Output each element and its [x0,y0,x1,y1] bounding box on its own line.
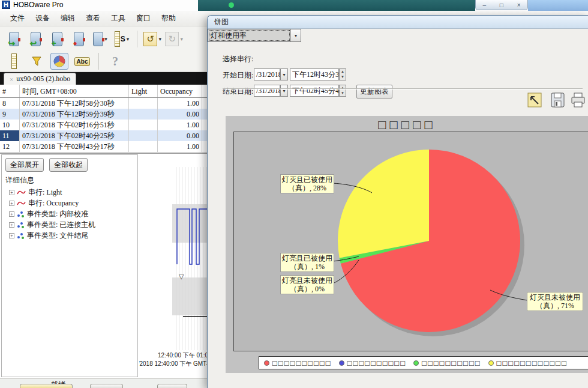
spin-up-icon[interactable]: ▲ [340,69,346,74]
cell-occupancy[interactable]: 0.00 [158,109,202,120]
redo-icon: ↻ [165,32,179,46]
resize-note-icon[interactable] [527,92,542,108]
cell-time[interactable]: 07/31/2018 下午02时40分25秒 [20,130,129,141]
end-time-field[interactable]: 下午02时45分42秒 [290,85,339,97]
cell-time[interactable]: 07/31/2018 下午12时58分30秒 [20,98,129,109]
cell-time[interactable]: 07/31/2018 下午02时43分17秒 [20,141,129,152]
print-icon[interactable] [571,92,586,108]
tree-expander-icon[interactable]: + [9,211,14,217]
bottom-stub-button[interactable] [90,384,123,388]
ruler-button[interactable] [5,53,23,70]
table-row-selected[interactable]: 11 07/31/2018 下午02时40分25秒 0.00 [0,130,208,141]
tree-item-event-host[interactable]: + 事件类型: 已连接主机 [2,219,137,230]
device-stop-button[interactable]: ● [70,29,88,49]
tree-expander-icon[interactable]: + [9,222,14,228]
menu-view[interactable]: 查看 [80,11,106,26]
cell-occupancy[interactable]: 0.00 [158,130,202,141]
series-select-value[interactable]: 灯和使用率 [208,29,290,41]
col-header-occupancy[interactable]: Occupancy [158,85,202,97]
spin-down-icon[interactable]: ▼ [340,91,346,96]
plot-pane[interactable]: ▽ 12:40:00 下午 01:0 07/31/2018 12:40:00 下… [139,155,208,377]
tree-expander-icon[interactable]: + [9,190,14,195]
cell-light[interactable] [129,109,158,120]
close-icon[interactable]: × [517,2,521,8]
table-row[interactable]: 10 07/31/2018 下午02时16分51秒 1.00 [0,120,208,130]
save-icon[interactable] [550,92,565,108]
tab-close-icon[interactable]: × [10,76,13,83]
dropdown-arrow-icon[interactable]: ▾ [127,36,130,42]
cell-num[interactable]: 10 [0,120,20,130]
tree-item-series-occupancy[interactable]: + 串行: Occupancy [2,198,137,208]
tree-expander-icon[interactable]: + [9,233,14,238]
help-button[interactable]: ? [106,53,124,70]
cell-time[interactable]: 07/31/2018 下午12时59分39秒 [20,109,129,120]
cell-light[interactable] [129,141,158,152]
menu-edit[interactable]: 编辑 [55,11,80,26]
menu-window[interactable]: 窗口 [131,11,156,26]
dropdown-arrow-icon[interactable]: ▾ [104,36,107,42]
menu-tools[interactable]: 工具 [106,11,131,26]
device-generic-button[interactable]: ▾ [91,29,109,49]
undo-icon: ↺ [143,32,157,46]
tree-item-event-eof[interactable]: + 事件类型: 文件结尾 [2,230,137,241]
device-open-button[interactable]: ↩ [26,29,44,49]
cell-occupancy[interactable]: 1.00 [158,141,202,152]
maximize-icon[interactable]: □ [500,2,503,8]
series-select-combobox[interactable]: 灯和使用率 ▾ [208,29,301,42]
col-header-time[interactable]: 时间, GMT+08:00 [20,85,129,97]
dropdown-arrow-icon[interactable]: ▾ [158,36,161,42]
annotate-button[interactable]: Abc [73,53,91,70]
cell-num[interactable]: 9 [0,109,20,120]
expand-all-button[interactable]: 全部展开 [5,158,44,172]
cell-light[interactable] [129,130,158,141]
menu-help[interactable]: 帮助 [156,11,181,26]
start-time-spinner[interactable]: ▲ ▼ [339,68,346,80]
end-time-spinner[interactable]: ▲ ▼ [339,85,346,97]
col-header-num[interactable]: # [0,85,20,97]
tree-expander-icon[interactable]: + [9,201,14,206]
spin-down-icon[interactable]: ▼ [340,74,346,80]
update-chart-button[interactable]: 更新图表 [356,85,392,99]
cell-num-selected[interactable]: 11 [0,130,20,141]
toolbar-separator [137,31,137,47]
end-date-dropdown-icon[interactable]: ▾ [280,85,288,97]
start-date-field[interactable]: /31/2018 [254,68,280,80]
table-row[interactable]: 8 07/31/2018 下午12时58分30秒 1.00 [0,98,208,109]
pie-chart-icon [53,55,66,68]
bottom-stub-button[interactable] [20,384,73,388]
combobox-arrow-icon[interactable]: ▾ [290,29,301,41]
tab-hobo-file[interactable]: × ux90-005 (2).hobo [4,73,76,85]
cell-occupancy[interactable]: 1.00 [158,120,202,130]
pie-chart-svg[interactable] [234,132,588,351]
device-readout-button[interactable]: ↪ [5,29,23,49]
undo-button[interactable]: ↺ ▾ [143,29,161,49]
chart-area: □□□□□ 灯灭且已被使用（真）, 28% 灯亮且已被使用（真）, 1% 灯亮且… [226,116,588,373]
series-select-label: 选择串行: [223,54,253,64]
menu-device[interactable]: 设备 [30,11,55,26]
dialog-titlebar[interactable]: 饼图 [208,16,588,29]
cell-num[interactable]: 8 [0,98,20,109]
scale-button[interactable]: S ▾ [113,29,131,49]
cell-occupancy[interactable]: 1.00 [158,98,202,109]
device-status-button[interactable]: + [48,29,66,49]
cell-light[interactable] [129,120,158,130]
col-header-light[interactable]: Light [129,85,158,97]
window-controls[interactable]: – □ × [475,0,528,10]
cell-time[interactable]: 07/31/2018 下午02时16分51秒 [20,120,129,130]
filter-button[interactable] [28,53,46,70]
cell-num[interactable]: 12 [0,141,20,152]
cell-light[interactable] [129,98,158,109]
bottom-stub-button[interactable] [157,384,187,388]
tree-item-event-calibration[interactable]: + 事件类型: 内部校准 [2,208,137,219]
pie-chart-button[interactable] [50,53,68,70]
start-date-dropdown-icon[interactable]: ▾ [280,68,288,80]
end-date-field[interactable]: /31/2018 [254,85,280,97]
minimize-icon[interactable]: – [482,2,486,8]
table-row[interactable]: 12 07/31/2018 下午02时43分17秒 1.00 [0,141,208,152]
start-time-field[interactable]: 下午12时43分35秒 [290,68,339,80]
table-row[interactable]: 9 07/31/2018 下午12时59分39秒 0.00 [0,109,208,120]
collapse-all-button[interactable]: 全部收起 [49,158,88,172]
plot-marker-icon[interactable]: ▽ [179,273,184,280]
tree-item-series-light[interactable]: + 串行: Light [2,187,137,198]
menu-file[interactable]: 文件 [5,11,30,26]
